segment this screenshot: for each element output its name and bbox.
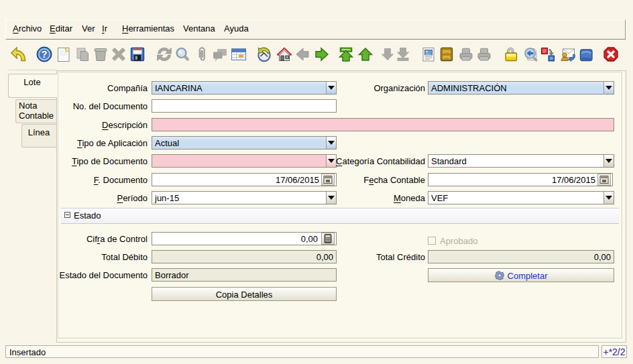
svg-text:?: ?: [42, 49, 48, 60]
